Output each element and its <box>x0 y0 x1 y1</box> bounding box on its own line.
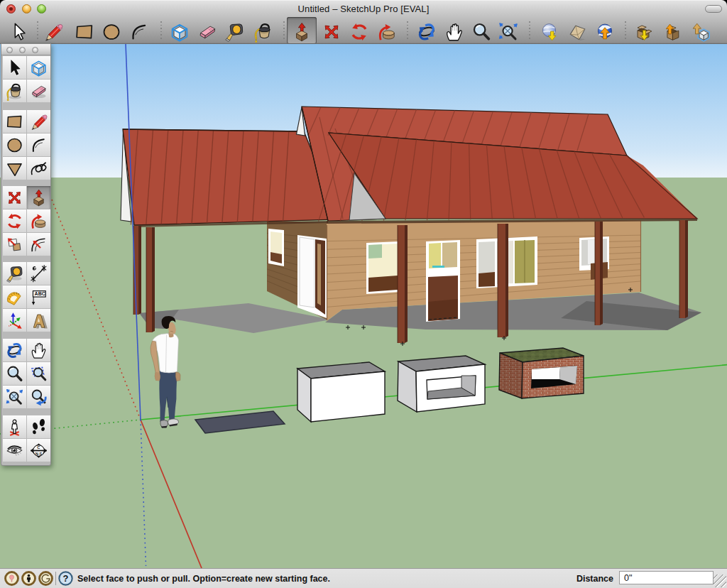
make-component-icon <box>169 21 190 43</box>
palette-text-button[interactable] <box>27 285 50 308</box>
brick-box[interactable] <box>499 348 584 398</box>
palette-freehand-button[interactable] <box>27 157 50 180</box>
zoom-extents-icon <box>498 21 519 43</box>
toolbar-select-button[interactable] <box>6 20 31 43</box>
toolbar-get-current-view-button[interactable] <box>537 20 562 43</box>
palette-follow-me-button[interactable] <box>27 209 50 232</box>
toolbar-move-button[interactable] <box>319 20 344 43</box>
toolbar-make-component-button[interactable] <box>168 20 192 43</box>
toolbar-pan-button[interactable] <box>442 20 466 43</box>
toolbar-tape-measure-button[interactable] <box>222 20 246 43</box>
toolbar-line-button[interactable] <box>41 20 65 43</box>
palette-section-plane-button[interactable] <box>27 439 50 462</box>
toolbar-zoom-extents-button[interactable] <box>496 20 520 43</box>
white-box[interactable] <box>297 362 385 422</box>
toggle-terrain-icon <box>567 21 588 43</box>
geolocation-icon[interactable] <box>4 571 19 586</box>
status-message: Select face to push or pull. Option=crea… <box>77 574 330 584</box>
front-door <box>426 240 460 322</box>
palette-walk-button[interactable] <box>27 415 50 438</box>
palette-move-button[interactable] <box>3 186 26 209</box>
toolbar-get-models-button[interactable] <box>631 20 655 43</box>
window-1 <box>366 241 400 294</box>
toolbar-push-pull-button[interactable] <box>290 20 314 43</box>
palette-zoom-previous-button[interactable] <box>27 386 50 408</box>
toolbar-rotate-button[interactable] <box>347 20 371 43</box>
toolbar-rectangle-button[interactable] <box>72 20 97 43</box>
palette-window-button-1[interactable] <box>6 47 13 53</box>
palette-position-camera-button[interactable] <box>3 415 26 438</box>
palette-dimension-button[interactable] <box>27 262 50 285</box>
status-bar: ?Select face to push or pull. Option=cre… <box>0 568 727 588</box>
eraser-icon <box>29 82 48 101</box>
toolbar-orbit-button[interactable] <box>415 20 439 43</box>
palette-axes-button[interactable] <box>3 309 26 332</box>
tape-measure-icon <box>224 21 245 43</box>
titlebar[interactable]: Untitled – SketchUp Pro [EVAL] <box>0 1 727 16</box>
palette-3d-text-button[interactable] <box>27 309 50 332</box>
palette-window-button-2[interactable] <box>19 47 26 53</box>
window-title: Untitled – SketchUp Pro [EVAL] <box>0 4 727 14</box>
large-tool-set-palette[interactable] <box>1 43 51 466</box>
palette-rectangle-button[interactable] <box>3 110 26 133</box>
push-pull-icon <box>291 21 312 43</box>
palette-paint-bucket-button[interactable] <box>3 80 26 102</box>
palette-arc-button[interactable] <box>27 134 50 156</box>
toolbar-place-model-button[interactable] <box>593 20 617 43</box>
palette-zoom-button[interactable] <box>3 362 26 385</box>
circle-icon <box>101 21 122 43</box>
statusbar-separator <box>55 572 56 585</box>
arc-icon <box>29 136 48 155</box>
palette-line-button[interactable] <box>27 110 50 133</box>
toolbar-eraser-button[interactable] <box>195 20 219 43</box>
palette-protractor-button[interactable] <box>3 285 26 308</box>
palette-zoom-window-button[interactable] <box>27 362 50 385</box>
palette-rotate-button[interactable] <box>3 209 26 232</box>
line-icon <box>29 112 48 131</box>
google-icon[interactable] <box>38 571 53 586</box>
palette-select-button[interactable] <box>3 56 26 79</box>
paint-bucket-icon <box>5 82 24 101</box>
rectangle-icon <box>74 21 95 43</box>
dimension-icon <box>29 264 48 283</box>
palette-zoom-extents-button[interactable] <box>3 386 26 408</box>
toolbar-paint-bucket-button[interactable] <box>251 20 275 43</box>
palette-titlebar[interactable] <box>1 44 50 55</box>
svg-text:?: ? <box>63 573 69 584</box>
palette-scale-button[interactable] <box>3 233 26 256</box>
toolbar-follow-me-button[interactable] <box>375 20 399 43</box>
position-camera-icon <box>5 418 24 437</box>
toolbar-separator <box>625 21 626 41</box>
toolbar-separator <box>160 21 162 41</box>
look-around-icon <box>5 441 24 460</box>
viewport-3d-scene[interactable] <box>0 44 727 568</box>
hollow-box[interactable] <box>398 356 485 412</box>
toolbar-share-models-button[interactable] <box>660 20 684 43</box>
palette-pan-button[interactable] <box>27 339 50 361</box>
palette-look-around-button[interactable] <box>3 439 26 462</box>
help-icon[interactable]: ? <box>58 571 73 586</box>
pan-icon <box>29 341 48 360</box>
palette-offset-button[interactable] <box>27 233 50 256</box>
palette-orbit-button[interactable] <box>3 339 26 361</box>
palette-polygon-button[interactable] <box>3 157 26 180</box>
toolbar-toggle-terrain-button[interactable] <box>565 20 589 43</box>
distance-input[interactable] <box>619 571 714 584</box>
drawing-viewport[interactable] <box>0 44 727 568</box>
toolbar-arc-button[interactable] <box>127 20 151 43</box>
toolbar-toggle-pill[interactable] <box>705 5 722 13</box>
palette-push-pull-button[interactable] <box>27 186 50 209</box>
palette-circle-button[interactable] <box>3 134 26 156</box>
toolbar-zoom-button[interactable] <box>469 20 493 43</box>
toolbar-circle-button[interactable] <box>99 20 124 43</box>
palette-tape-measure-button[interactable] <box>3 262 26 285</box>
resize-grip[interactable] <box>714 575 726 587</box>
palette-window-button-3[interactable] <box>32 47 38 53</box>
toolbar-share-component-button[interactable] <box>689 20 713 43</box>
rotate-icon <box>5 212 24 231</box>
section-plane-icon <box>29 441 48 460</box>
palette-eraser-button[interactable] <box>27 80 50 102</box>
toolbar-separator <box>407 21 408 41</box>
palette-make-component-button[interactable] <box>27 56 50 79</box>
claim-credit-icon[interactable] <box>21 571 36 586</box>
